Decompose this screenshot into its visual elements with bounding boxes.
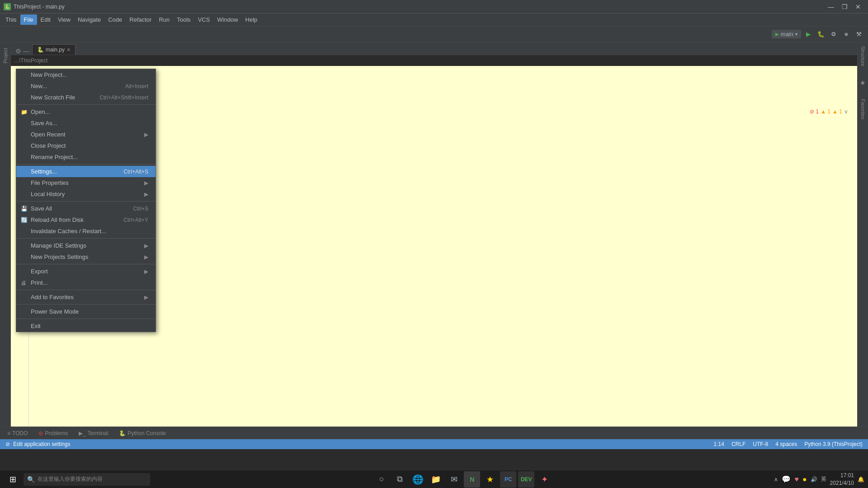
taskbar-edge[interactable]: 🌐 bbox=[410, 471, 426, 488]
taskbar-app-n[interactable]: N bbox=[464, 471, 480, 488]
dropdown-item-local-history[interactable]: Local History▶ bbox=[16, 188, 156, 200]
maximize-button[interactable]: ❐ bbox=[838, 2, 851, 12]
project-sidebar-tab[interactable]: Project bbox=[1, 44, 10, 67]
taskbar-dev[interactable]: DEV bbox=[518, 471, 534, 488]
dropdown-item-save-all[interactable]: 💾Save AllCtrl+S bbox=[16, 203, 156, 214]
taskbar-cortana[interactable]: ○ bbox=[373, 471, 390, 488]
menu-help[interactable]: Help bbox=[242, 14, 261, 25]
dropdown-item-save-as[interactable]: Save As... bbox=[16, 117, 156, 129]
volume-icon[interactable]: 🔊 bbox=[811, 476, 817, 483]
python-version[interactable]: Python 3.9 (ThisProject) bbox=[804, 441, 863, 447]
dropdown-item-open[interactable]: 📁Open... bbox=[16, 106, 156, 117]
taskbar-pycharm[interactable]: PC bbox=[500, 471, 516, 488]
menu-vcs[interactable]: VCS bbox=[194, 14, 214, 25]
python-console-tab[interactable]: 🐍 Python Console bbox=[115, 428, 170, 438]
tray-app2[interactable]: ♥ bbox=[794, 475, 799, 483]
file-tab-main-py[interactable]: 🐍 main.py ✕ bbox=[32, 44, 75, 55]
terminal-tab[interactable]: ▶_ Terminal bbox=[75, 428, 112, 438]
menu-edit[interactable]: Edit bbox=[37, 14, 54, 25]
edit-settings-icon: ⊘ bbox=[5, 441, 10, 447]
menu-tools[interactable]: Tools bbox=[173, 14, 194, 25]
stop-button[interactable]: ■ bbox=[841, 29, 852, 40]
dropdown-item-settings[interactable]: Settings...Ctrl+Alt+S bbox=[16, 166, 156, 177]
search-icon: 🔍 bbox=[27, 476, 35, 483]
dropdown-separator bbox=[16, 238, 156, 239]
tray-app3[interactable]: ● bbox=[802, 475, 807, 483]
system-tray: ∧ 💬 ♥ ● 🔊 英 17:01 2021/4/10 🔔 bbox=[774, 472, 864, 487]
dropdown-item-manage-ide[interactable]: Manage IDE Settings▶ bbox=[16, 240, 156, 251]
dropdown-item-export[interactable]: Export▶ bbox=[16, 266, 156, 277]
run-config-selector[interactable]: ▶ main ▾ bbox=[772, 30, 801, 38]
tray-wechat[interactable]: 💬 bbox=[782, 475, 791, 483]
dropdown-item-new-projects-settings[interactable]: New Projects Settings▶ bbox=[16, 251, 156, 263]
todo-tab[interactable]: ≡ TODO bbox=[4, 428, 31, 438]
dropdown-item-add-to-favorites[interactable]: Add to Favorites▶ bbox=[16, 291, 156, 303]
structure-sidebar-tab[interactable]: Structure bbox=[859, 42, 868, 70]
dropdown-item-label-new-project: New Project... bbox=[31, 71, 67, 78]
windows-taskbar: ⊞ 🔍 在这里输入你要搜索的内容 ○ ⧉ 🌐 📁 ✉ N ★ PC DEV ✦ … bbox=[0, 470, 868, 488]
indicators-chevron[interactable]: ∨ bbox=[844, 108, 848, 115]
right-sidebar: Structure ★ Favorites bbox=[857, 42, 868, 427]
menu-this[interactable]: This bbox=[2, 14, 20, 25]
terminal-label: Terminal bbox=[88, 430, 108, 436]
language-indicator[interactable]: 英 bbox=[821, 475, 826, 483]
tab-minus-icon[interactable]: — bbox=[23, 47, 29, 55]
dropdown-item-new-scratch[interactable]: New Scratch FileCtrl+Alt+Shift+Insert bbox=[16, 92, 156, 103]
menu-window[interactable]: Window bbox=[213, 14, 241, 25]
taskbar-app-star[interactable]: ★ bbox=[482, 471, 498, 488]
run-button[interactable]: ▶ bbox=[803, 29, 814, 40]
dropdown-item-open-recent[interactable]: Open Recent▶ bbox=[16, 129, 156, 140]
minimize-button[interactable]: — bbox=[825, 2, 837, 12]
taskbar-file-explorer[interactable]: 📁 bbox=[428, 471, 444, 488]
tab-settings-icon[interactable]: ⚙ bbox=[15, 47, 21, 55]
taskbar-app-misc[interactable]: ✦ bbox=[536, 471, 552, 488]
breadcrumb: ...\ThisProject bbox=[11, 55, 857, 66]
dropdown-item-power-save-mode[interactable]: Power Save Mode bbox=[16, 306, 156, 317]
line-ending[interactable]: CRLF bbox=[731, 441, 745, 447]
status-bar-left: ⊘ Edit application settings bbox=[5, 441, 70, 447]
close-button[interactable]: ✕ bbox=[852, 2, 864, 12]
menu-file[interactable]: File bbox=[20, 14, 37, 25]
taskbar-task-view[interactable]: ⧉ bbox=[392, 471, 408, 488]
dropdown-item-label-local-history: Local History bbox=[31, 191, 65, 197]
indent[interactable]: 4 spaces bbox=[775, 441, 797, 447]
menu-view[interactable]: View bbox=[54, 14, 74, 25]
bookmark-icon[interactable]: ★ bbox=[860, 79, 866, 86]
build-button[interactable]: ⚒ bbox=[854, 29, 864, 40]
debug-button[interactable]: 🐛 bbox=[816, 29, 826, 40]
problems-tab[interactable]: ⊘ Problems bbox=[35, 428, 71, 438]
dropdown-item-print[interactable]: 🖨Print... bbox=[16, 277, 156, 288]
dropdown-item-invalidate-caches[interactable]: Invalidate Caches / Restart... bbox=[16, 225, 156, 237]
dropdown-item-reload-all[interactable]: 🔄Reload All from DiskCtrl+Alt+Y bbox=[16, 214, 156, 225]
dropdown-item-arrow-add-to-favorites: ▶ bbox=[144, 294, 148, 300]
dropdown-item-label-export: Export bbox=[31, 268, 48, 275]
dropdown-item-file-properties[interactable]: File Properties▶ bbox=[16, 177, 156, 188]
dropdown-separator bbox=[16, 264, 156, 264]
todo-label: TODO bbox=[12, 430, 28, 436]
taskbar-clock[interactable]: 17:01 2021/4/10 bbox=[830, 472, 854, 487]
dropdown-item-shortcut-new: Alt+Insert bbox=[125, 83, 148, 89]
menu-navigate[interactable]: Navigate bbox=[74, 14, 104, 25]
edit-settings-text[interactable]: Edit application settings bbox=[13, 441, 70, 447]
menu-run[interactable]: Run bbox=[155, 14, 173, 25]
coverage-button[interactable]: ⚙ bbox=[828, 29, 839, 40]
dropdown-item-rename-project[interactable]: Rename Project... bbox=[16, 151, 156, 163]
start-button[interactable]: ⊞ bbox=[4, 472, 22, 487]
dropdown-item-close-project[interactable]: Close Project bbox=[16, 140, 156, 151]
favorites-sidebar-tab[interactable]: Favorites bbox=[859, 95, 868, 123]
menu-refactor[interactable]: Refactor bbox=[126, 14, 155, 25]
file-tab-label: main.py bbox=[46, 47, 65, 53]
menu-code[interactable]: Code bbox=[104, 14, 126, 25]
encoding[interactable]: UTF-8 bbox=[753, 441, 768, 447]
file-tab-icon: 🐍 bbox=[37, 47, 44, 53]
file-tab-close-icon[interactable]: ✕ bbox=[66, 47, 71, 53]
dropdown-item-new-project[interactable]: New Project... bbox=[16, 69, 156, 80]
dropdown-item-new[interactable]: New...Alt+Insert bbox=[16, 80, 156, 92]
notification-icon[interactable]: 🔔 bbox=[858, 476, 864, 483]
taskbar-time-value: 17:01 bbox=[830, 472, 854, 479]
dropdown-item-exit[interactable]: Exit bbox=[16, 320, 156, 332]
taskbar-mail[interactable]: ✉ bbox=[446, 471, 462, 488]
tray-arrow[interactable]: ∧ bbox=[774, 476, 778, 483]
taskbar-search[interactable]: 🔍 在这里输入你要搜索的内容 bbox=[24, 473, 150, 486]
cursor-position[interactable]: 1:14 bbox=[714, 441, 724, 447]
